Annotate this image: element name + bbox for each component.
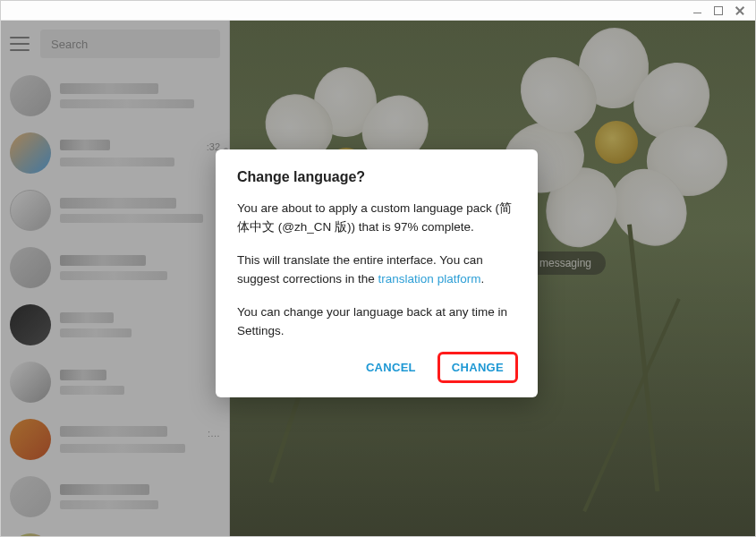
dialog-text-3: You can change your language back at any… — [237, 303, 516, 341]
window-maximize-button[interactable] — [712, 4, 725, 17]
dialog-text-2: This will translate the entire interface… — [237, 251, 516, 289]
dialog-title: Change language? — [237, 169, 516, 185]
dialog-text-fragment: ) that is 97% complete. — [351, 220, 473, 234]
translation-platform-link[interactable]: translation platform — [378, 272, 481, 286]
cancel-button[interactable]: CANCEL — [353, 354, 429, 381]
dialog-text-fragment: You are about to apply a custom language… — [237, 201, 499, 215]
change-language-dialog: Change language? You are about to apply … — [216, 149, 538, 397]
window-minimize-button[interactable] — [691, 4, 703, 17]
titlebar — [1, 1, 755, 21]
dialog-actions: CANCEL CHANGE — [237, 354, 516, 381]
dialog-text-1: You are about to apply a custom language… — [237, 200, 516, 237]
window-close-button[interactable] — [734, 4, 746, 17]
dialog-text-fragment: . — [480, 272, 484, 286]
app-window: :32 — [0, 0, 756, 537]
change-button[interactable]: CHANGE — [439, 354, 516, 381]
